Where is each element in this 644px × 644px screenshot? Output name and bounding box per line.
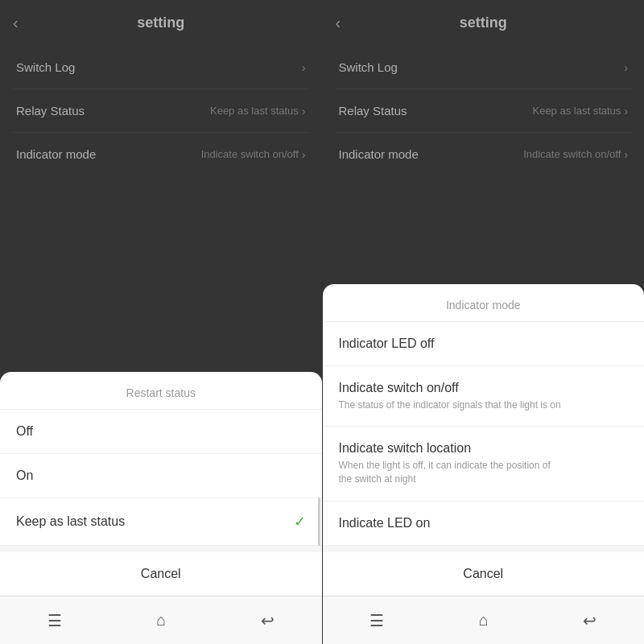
left-option-off[interactable]: Off: [0, 410, 322, 454]
left-scrollbar: [318, 497, 320, 546]
left-option-on-label: On: [16, 469, 33, 483]
left-option-on[interactable]: On: [0, 454, 322, 498]
left-bottom-sheet: Restart status Off On Keep as last statu…: [0, 372, 322, 596]
right-option-led-on[interactable]: Indicate LED on: [323, 502, 645, 546]
left-cancel-button[interactable]: Cancel: [0, 546, 322, 596]
right-option-switch-location[interactable]: Indicate switch location When the light …: [323, 427, 645, 502]
left-option-off-label: Off: [16, 424, 33, 439]
right-option-switch-onoff-label: Indicate switch on/off: [339, 381, 459, 395]
right-option-switch-onoff[interactable]: Indicate switch on/off The status of the…: [323, 366, 645, 427]
left-sheet-title: Restart status: [0, 372, 322, 410]
right-option-led-off[interactable]: Indicator LED off: [323, 322, 645, 366]
right-option-led-on-label: Indicate LED on: [339, 516, 431, 530]
right-option-led-off-label: Indicator LED off: [339, 336, 435, 351]
left-bottom-nav: ☰ ⌂ ↩: [0, 596, 322, 644]
left-menu-icon[interactable]: ☰: [47, 611, 62, 630]
right-option-switch-location-label: Indicate switch location: [339, 441, 472, 456]
left-panel: ‹ setting Switch Log › Relay Status Keep…: [0, 0, 322, 644]
right-menu-icon[interactable]: ☰: [369, 611, 384, 630]
right-cancel-button[interactable]: Cancel: [323, 546, 645, 596]
right-bottom-nav: ☰ ⌂ ↩: [323, 596, 645, 644]
right-option-switch-onoff-sub: The status of the indicator signals that…: [339, 398, 561, 412]
left-option-keep[interactable]: Keep as last status ✓: [0, 498, 322, 546]
left-home-icon[interactable]: ⌂: [156, 611, 166, 630]
left-back-nav-icon[interactable]: ↩: [261, 611, 275, 630]
left-option-keep-check: ✓: [294, 513, 306, 530]
right-back-nav-icon[interactable]: ↩: [583, 611, 597, 630]
right-bottom-sheet: Indicator mode Indicator LED off Indicat…: [323, 284, 645, 596]
right-panel: ‹ setting Switch Log › Relay Status Keep…: [323, 0, 645, 644]
right-option-switch-location-sub: When the light is off, it can indicate t…: [339, 459, 564, 486]
right-home-icon[interactable]: ⌂: [479, 611, 489, 630]
right-sheet-title: Indicator mode: [323, 284, 645, 322]
left-option-keep-label: Keep as last status: [16, 514, 125, 529]
